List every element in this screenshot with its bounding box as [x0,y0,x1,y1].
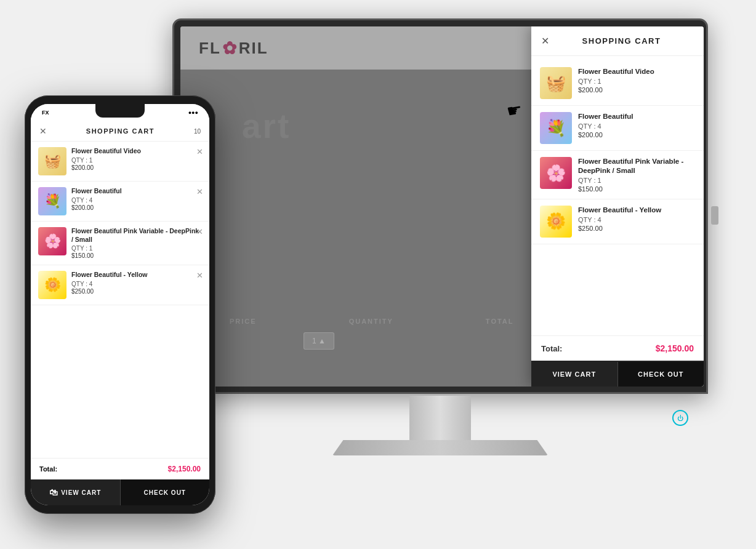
cart-panel-total: Total: $2,150.00 [531,335,704,361]
phone-item-name: Flower Beautiful [71,187,202,196]
phone-checkout-button[interactable]: CHECK OUT [121,479,210,505]
phone-cart-count: 10 [194,128,201,135]
phone-frame: FX ●●● ✕ SHOPPING CART 10 🧺 Flower Beaut… [25,95,215,514]
phone-item-price: $200.00 [71,204,202,211]
monitor-wrapper: FL ✿ RIL 🔍 👤 🛒 10 [172,18,739,462]
cart-item: 🌼 Flower Beautiful - Yellow QTY : 4 $250… [531,199,704,244]
phone-wrapper: FX ●●● ✕ SHOPPING CART 10 🧺 Flower Beaut… [25,95,215,514]
phone-item-qty: QTY : 1 [71,245,202,252]
monitor-stand-base [332,440,548,455]
phone-total-value: $2,150.00 [168,465,201,473]
cart-item-details: Flower Beautiful Video QTY : 1 $200.00 [578,67,695,94]
cart-close-button[interactable]: ✕ [541,35,549,47]
phone-status-right: ●●● [188,110,198,116]
cart-item-name: Flower Beautiful Pink Variable - DeepPin… [578,157,695,175]
phone-cart-item: 🌸 Flower Beautiful Pink Variable - DeepP… [31,222,209,265]
phone-item-image: 🧺 [38,147,66,175]
cart-item-price: $200.00 [578,131,695,138]
cart-items-list: 🧺 Flower Beautiful Video QTY : 1 $200.00… [531,56,704,335]
monitor-frame: FL ✿ RIL 🔍 👤 🛒 10 [172,18,708,394]
phone-item-name: Flower Beautiful Video [71,147,202,156]
monitor-screen: FL ✿ RIL 🔍 👤 🛒 10 [180,26,704,387]
phone-view-cart-button[interactable]: 🛍 VIEW CART [31,479,121,505]
cart-item-qty: QTY : 1 [578,177,695,184]
phone-item-qty: QTY : 4 [71,197,202,204]
phone-cart-title: SHOPPING CART [86,127,155,135]
cart-item-image: 🌸 [540,157,572,189]
phone-total-row: Total: $2,150.00 [31,458,209,479]
total-label: Total: [541,344,562,353]
phone-item-remove-button[interactable]: ✕ [196,187,203,196]
phone-actions: 🛍 VIEW CART CHECK OUT [31,479,209,505]
monitor-power-button[interactable] [711,206,718,225]
view-cart-button[interactable]: VIEW CART [531,362,618,387]
cart-item: 🌸 Flower Beautiful Pink Variable - DeepP… [531,151,704,199]
phone-item-name: Flower Beautiful - Yellow [71,271,202,279]
cart-item-name: Flower Beautiful Video [578,67,695,76]
phone-cart-header: ✕ SHOPPING CART 10 [31,121,209,142]
cart-item-details: Flower Beautiful QTY : 4 $200.00 [578,112,695,138]
cart-item-image: 💐 [540,112,572,144]
phone-item-name: Flower Beautiful Pink Variable - DeepPin… [71,227,202,244]
phone-item-price: $150.00 [71,252,202,259]
phone-item-image: 🌸 [38,227,66,255]
cart-panel-title: SHOPPING CART [549,36,694,46]
phone-item-price: $250.00 [71,288,202,295]
phone-total-label: Total: [39,465,57,473]
phone-item-details: Flower Beautiful - Yellow QTY : 4 $250.0… [71,271,202,295]
cart-item: 💐 Flower Beautiful QTY : 4 $200.00 [531,106,704,151]
phone-item-remove-button[interactable]: ✕ [196,227,203,236]
phone-item-price: $200.00 [71,164,202,171]
cart-panel-header: ✕ SHOPPING CART [531,26,704,56]
phone-item-details: Flower Beautiful QTY : 4 $200.00 [71,187,202,211]
cart-item-qty: QTY : 4 [578,216,695,223]
monitor-stand-neck [409,396,471,445]
cart-item-name: Flower Beautiful [578,112,695,121]
phone-item-qty: QTY : 1 [71,157,202,164]
cart-item-name: Flower Beautiful - Yellow [578,206,695,215]
shopify-icon: 🛍 [49,487,58,497]
cart-item-qty: QTY : 4 [578,122,695,130]
cart-item-image: 🧺 [540,67,572,99]
phone-item-image: 💐 [38,187,66,215]
power-icon: ⏻ [672,410,688,426]
cart-item-qty: QTY : 1 [578,78,695,85]
phone-item-details: Flower Beautiful Video QTY : 1 $200.00 [71,147,202,171]
cart-item: 🧺 Flower Beautiful Video QTY : 1 $200.00 [531,61,704,106]
phone-item-remove-button[interactable]: ✕ [196,147,203,156]
cart-item-details: Flower Beautiful - Yellow QTY : 4 $250.0… [578,206,695,232]
phone-cart-items: 🧺 Flower Beautiful Video QTY : 1 $200.00… [31,142,209,458]
phone-cart-item: 🧺 Flower Beautiful Video QTY : 1 $200.00… [31,142,209,182]
phone-item-qty: QTY : 4 [71,281,202,287]
phone-cart-close[interactable]: ✕ [39,126,47,136]
phone-view-cart-label: VIEW CART [61,489,101,496]
phone-item-details: Flower Beautiful Pink Variable - DeepPin… [71,227,202,259]
phone-screen: FX ●●● ✕ SHOPPING CART 10 🧺 Flower Beaut… [31,104,209,505]
cart-item-price: $250.00 [578,225,695,232]
cart-item-price: $200.00 [578,86,695,94]
phone-status-left: FX [42,110,49,116]
phone-item-remove-button[interactable]: ✕ [196,271,203,280]
cart-item-details: Flower Beautiful Pink Variable - DeepPin… [578,157,695,193]
scene: FL ✿ RIL 🔍 👤 🛒 10 [0,0,756,549]
desktop-cart-panel: ✕ SHOPPING CART 🧺 Flower Beautiful Video… [531,26,704,387]
total-value: $2,150.00 [656,343,694,353]
cart-panel-actions: VIEW CART CHECK OUT [531,361,704,387]
cart-item-price: $150.00 [578,185,695,193]
phone-item-image: 🌼 [38,271,66,299]
checkout-button[interactable]: CHECK OUT [618,362,704,387]
phone-cart-item: 🌼 Flower Beautiful - Yellow QTY : 4 $250… [31,265,209,305]
phone-notch [95,104,145,118]
cart-item-image: 🌼 [540,206,572,238]
phone-cart-item: 💐 Flower Beautiful QTY : 4 $200.00 ✕ [31,182,209,222]
